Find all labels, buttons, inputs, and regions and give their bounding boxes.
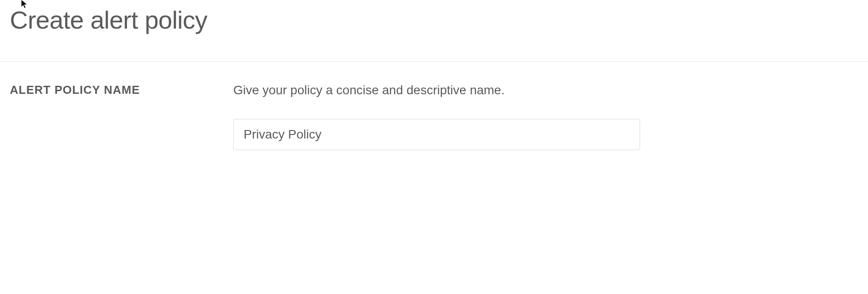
page-title: Create alert policy	[10, 5, 858, 34]
alert-policy-name-label: ALERT POLICY NAME	[10, 83, 215, 97]
form-label-column: ALERT POLICY NAME	[10, 83, 215, 150]
alert-policy-name-description: Give your policy a concise and descripti…	[233, 83, 640, 97]
form-content-column: Give your policy a concise and descripti…	[233, 83, 640, 150]
alert-policy-name-input[interactable]	[233, 119, 640, 150]
alert-policy-name-section: ALERT POLICY NAME Give your policy a con…	[0, 62, 868, 150]
page-header: Create alert policy	[0, 0, 868, 62]
